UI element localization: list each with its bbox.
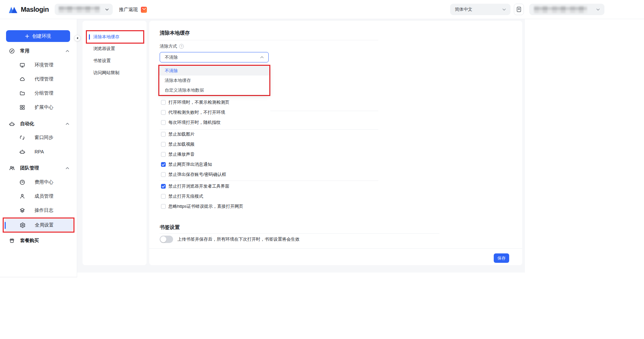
checkbox-label: 打开环境时，不展示检测检测页: [168, 99, 229, 105]
checkbox[interactable]: [161, 110, 166, 115]
clear-method-dropdown: 不清除 清除本地缓存 自定义清除本地数据: [159, 66, 269, 95]
promo-cashback-link[interactable]: 推广返现: [119, 0, 147, 19]
annotation-box-dropdown-options: 不清除 清除本地缓存 自定义清除本地数据: [158, 65, 270, 96]
bookmark-toggle-label: 上传书签并保存后，所有环境在下次打开时，书签设置将会生效: [177, 236, 300, 242]
language-selector[interactable]: 简体中文: [450, 4, 511, 15]
main-sidebar: 创建环境 常用 环境管理 代理管理 分组管理 扩展中心: [0, 19, 77, 277]
layers-icon: [19, 208, 25, 213]
redacted-user-info: [534, 6, 587, 13]
annotation-box-clear-cache-nav: 清除本地缓存: [86, 30, 144, 44]
checkbox-label: 每次环境打开时，随机指纹: [168, 119, 221, 126]
bookmark-upload-toggle[interactable]: [160, 236, 173, 243]
checkbox-row[interactable]: 禁止打开浏览器开发者工具界面: [161, 182, 229, 190]
content-area: 清除本地缓存 浏览器设置 书签设置 访问网站限制 清除本地缓存 清除方式 不清除…: [77, 19, 525, 273]
checkbox[interactable]: [161, 100, 166, 105]
sidebar-section-team[interactable]: 团队管理: [0, 161, 77, 175]
active-indicator-bar: [89, 34, 90, 40]
user-account-menu[interactable]: [529, 4, 604, 15]
folder-icon: [19, 91, 25, 96]
settings-nav-label: 浏览器设置: [93, 46, 115, 52]
checkbox-label: 忽略https证书错误提示，直接打开网页: [168, 203, 243, 209]
field-label-text: 清除方式: [160, 43, 177, 49]
sidebar-item-billing[interactable]: 费用中心: [0, 175, 77, 189]
checkbox-label: 禁止弹出保存账号/密码确认框: [168, 172, 226, 178]
promo-label: 推广返现: [119, 7, 138, 13]
checkbox[interactable]: [161, 194, 166, 199]
section-title-clear-cache: 清除本地缓存: [160, 30, 190, 36]
checkbox-row[interactable]: 忽略https证书错误提示，直接打开网页: [161, 202, 243, 210]
checkbox[interactable]: [161, 142, 166, 147]
select-value: 不清除: [165, 54, 178, 60]
chevron-up-icon: [260, 56, 264, 58]
dropdown-option-no-clear[interactable]: 不清除: [159, 66, 269, 76]
checkbox-row[interactable]: 禁止网页弹出消息通知: [161, 160, 212, 168]
save-button[interactable]: 保存: [494, 253, 509, 263]
checkbox[interactable]: [161, 132, 166, 137]
dropdown-option-clear-cache[interactable]: 清除本地缓存: [159, 76, 269, 85]
checkbox-label: 禁止打开浏览器开发者工具界面: [168, 183, 229, 189]
sidebar-item-groups[interactable]: 分组管理: [0, 86, 77, 100]
checkbox-row[interactable]: 打开环境时，不展示检测检测页: [161, 98, 229, 106]
create-environment-button[interactable]: 创建环境: [6, 30, 70, 42]
checkbox-row[interactable]: 每次环境打开时，随机指纹: [161, 118, 221, 127]
person-icon: [19, 194, 25, 199]
chevron-up-icon: [66, 167, 69, 170]
sidebar-item-operation-logs[interactable]: 操作日志: [0, 203, 77, 217]
checkbox-row[interactable]: 禁止加载图片: [161, 130, 195, 138]
divider: [160, 40, 378, 40]
checkbox[interactable]: [161, 152, 166, 157]
clear-method-select[interactable]: 不清除: [160, 52, 269, 62]
checkbox[interactable]: [161, 120, 166, 125]
chevron-down-icon: [502, 8, 506, 11]
sidebar-item-label: 扩展中心: [35, 104, 53, 110]
settings-nav-label: 清除本地缓存: [93, 34, 119, 40]
divider: [160, 129, 378, 130]
settings-nav-item-bookmarks[interactable]: 书签设置: [83, 55, 147, 67]
brand-name: Maslogin: [21, 6, 49, 13]
toggle-knob: [160, 236, 166, 242]
sidebar-item-label: 操作日志: [35, 207, 53, 213]
checkbox[interactable]: [161, 184, 166, 189]
sidebar-item-rpa[interactable]: RPA: [0, 145, 77, 159]
sidebar-item-proxies[interactable]: 代理管理: [0, 72, 77, 86]
help-icon[interactable]: [179, 44, 184, 49]
sidebar-item-label: 套餐购买: [20, 238, 39, 244]
settings-nav-item-browser[interactable]: 浏览器设置: [83, 43, 147, 55]
docs-button[interactable]: [514, 4, 524, 15]
sidebar-item-extensions[interactable]: 扩展中心: [0, 100, 77, 114]
checkbox[interactable]: [161, 172, 166, 177]
gift-icon: [9, 238, 15, 244]
redacted-workspace-name: [59, 6, 100, 13]
settings-nav-item-site-restrictions[interactable]: 访问网站限制: [83, 67, 147, 79]
section-title-bookmarks: 书签设置: [160, 224, 180, 231]
checkbox[interactable]: [161, 204, 166, 209]
settings-nav-item-clear-cache[interactable]: 清除本地缓存: [87, 31, 143, 43]
sidebar-item-window-sync[interactable]: 窗口同步: [0, 131, 77, 145]
sidebar-item-members[interactable]: 成员管理: [0, 189, 77, 203]
sidebar-item-environments[interactable]: 环境管理: [0, 58, 77, 72]
checkbox-row[interactable]: 禁止打开无痕模式: [161, 192, 203, 200]
sidebar-item-label: 全局设置: [35, 222, 54, 228]
collapse-panel-button[interactable]: [74, 35, 80, 41]
dropdown-option-custom-clear[interactable]: 自定义清除本地数据: [159, 85, 269, 95]
checkbox[interactable]: [161, 162, 166, 167]
sidebar-section-automation[interactable]: 自动化: [0, 117, 77, 131]
checkbox-label: 禁止加载图片: [168, 131, 195, 137]
sidebar-section-common[interactable]: 常用: [0, 44, 77, 58]
checkbox-row[interactable]: 代理检测失败时，不打开环境: [161, 108, 225, 116]
checkbox-row[interactable]: 禁止弹出保存账号/密码确认框: [161, 171, 226, 179]
workspace-selector[interactable]: [55, 4, 113, 15]
sidebar-item-global-settings[interactable]: 全局设置: [4, 219, 73, 231]
sidebar-item-purchase-plan[interactable]: 套餐购买: [0, 234, 77, 248]
checkbox-row[interactable]: 禁止播放声音: [161, 150, 195, 158]
checkbox-row[interactable]: 禁止加载视频: [161, 140, 195, 148]
chevron-down-icon: [105, 8, 109, 11]
settings-nav-panel: 清除本地缓存 浏览器设置 书签设置 访问网站限制: [83, 21, 147, 265]
bookmark-toggle-row: 上传书签并保存后，所有环境在下次打开时，书签设置将会生效: [160, 236, 300, 243]
chevron-up-icon: [66, 50, 69, 52]
checkbox-label: 禁止加载视频: [168, 141, 195, 147]
red-envelope-icon: [141, 7, 147, 13]
field-label-clear-method: 清除方式: [160, 43, 184, 49]
settings-nav-label: 访问网站限制: [93, 70, 119, 76]
checkbox-label: 禁止打开无痕模式: [168, 193, 203, 199]
